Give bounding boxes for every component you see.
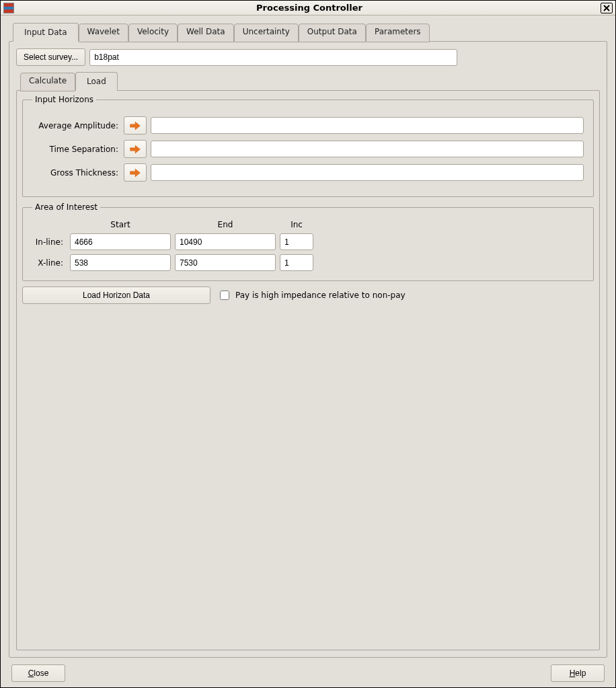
time-separation-field[interactable] <box>151 141 584 157</box>
xline-end-field[interactable] <box>175 254 276 271</box>
tab-well-data[interactable]: Well Data <box>178 24 234 42</box>
help-button-rest: elp <box>575 668 586 678</box>
inline-inc-field[interactable] <box>280 233 313 250</box>
main-tabs: Input Data Wavelet Velocity Well Data Un… <box>9 22 607 41</box>
hdr-inc: Inc <box>280 220 313 229</box>
subtab-load[interactable]: Load <box>75 72 118 91</box>
arrow-right-icon <box>129 144 141 155</box>
close-button[interactable]: Close <box>11 664 65 682</box>
row-time-separation: Time Separation: <box>32 140 584 158</box>
close-button-rest: lose <box>34 668 48 678</box>
window-close-button[interactable] <box>601 3 613 13</box>
xline-inc-field[interactable] <box>280 254 313 271</box>
xline-start-field[interactable] <box>70 254 171 271</box>
label-time-separation: Time Separation: <box>32 145 120 154</box>
aoi-grid: Start End Inc In-line: X-line: <box>32 220 584 271</box>
window-title: Processing Controller <box>18 3 601 13</box>
pick-time-separation-button[interactable] <box>124 140 147 158</box>
load-row: Load Horizon Data Pay is high impedance … <box>22 286 594 304</box>
pay-impedance-checkbox-label[interactable]: Pay is high impedance relative to non-pa… <box>217 289 406 302</box>
label-xline: X-line: <box>32 258 66 268</box>
tab-velocity[interactable]: Velocity <box>128 24 178 42</box>
pay-impedance-text: Pay is high impedance relative to non-pa… <box>235 291 406 300</box>
app-icon <box>3 3 14 13</box>
pick-gross-thickness-button[interactable] <box>124 163 147 182</box>
arrow-right-icon <box>129 120 141 131</box>
label-inline: In-line: <box>32 237 66 247</box>
pick-average-amplitude-button[interactable] <box>124 116 147 135</box>
footer: Close Help <box>9 664 607 682</box>
close-icon <box>603 5 610 11</box>
main-panel: Select survey... Calculate Load Input Ho… <box>9 41 607 658</box>
sub-panel: Input Horizons Average Amplitude: Time S… <box>16 90 600 650</box>
tab-input-data[interactable]: Input Data <box>13 23 79 42</box>
average-amplitude-field[interactable] <box>151 117 584 134</box>
tab-wavelet[interactable]: Wavelet <box>79 24 128 42</box>
area-of-interest-group: Area of Interest Start End Inc In-line: … <box>22 202 594 281</box>
help-button[interactable]: Help <box>551 664 605 682</box>
pay-impedance-checkbox[interactable] <box>220 291 229 300</box>
input-horizons-group: Input Horizons Average Amplitude: Time S… <box>22 95 594 197</box>
input-horizons-legend: Input Horizons <box>32 95 96 104</box>
tab-parameters[interactable]: Parameters <box>366 24 430 42</box>
survey-row: Select survey... <box>16 48 600 66</box>
sub-tabs: Calculate Load <box>16 71 600 90</box>
gross-thickness-field[interactable] <box>151 164 584 181</box>
label-average-amplitude: Average Amplitude: <box>32 121 120 130</box>
hdr-end: End <box>175 220 276 229</box>
tab-uncertainty[interactable]: Uncertainty <box>234 24 299 42</box>
inline-start-field[interactable] <box>70 233 171 250</box>
titlebar: Processing Controller <box>1 1 615 15</box>
content: Input Data Wavelet Velocity Well Data Un… <box>1 15 615 687</box>
row-average-amplitude: Average Amplitude: <box>32 116 584 135</box>
select-survey-button[interactable]: Select survey... <box>16 48 85 66</box>
inline-end-field[interactable] <box>175 233 276 250</box>
label-gross-thickness: Gross Thickness: <box>32 168 120 178</box>
area-of-interest-legend: Area of Interest <box>32 202 100 212</box>
tab-output-data[interactable]: Output Data <box>299 24 366 42</box>
hdr-start: Start <box>70 220 171 229</box>
arrow-right-icon <box>129 167 141 178</box>
survey-name-field[interactable] <box>89 49 457 66</box>
subtab-calculate[interactable]: Calculate <box>20 73 75 91</box>
window: Processing Controller Input Data Wavelet… <box>0 0 616 688</box>
row-gross-thickness: Gross Thickness: <box>32 163 584 182</box>
load-horizon-data-button[interactable]: Load Horizon Data <box>22 286 210 304</box>
